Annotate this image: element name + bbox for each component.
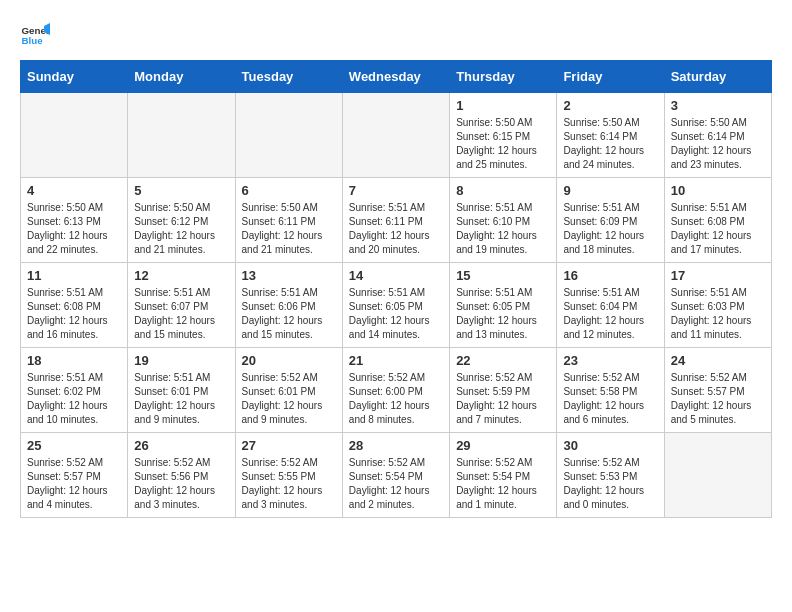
calendar-cell: 11Sunrise: 5:51 AM Sunset: 6:08 PM Dayli…	[21, 263, 128, 348]
day-number: 16	[563, 268, 657, 283]
calendar-row: 18Sunrise: 5:51 AM Sunset: 6:02 PM Dayli…	[21, 348, 772, 433]
day-info: Sunrise: 5:52 AM Sunset: 5:58 PM Dayligh…	[563, 371, 657, 427]
calendar-cell: 9Sunrise: 5:51 AM Sunset: 6:09 PM Daylig…	[557, 178, 664, 263]
day-number: 20	[242, 353, 336, 368]
calendar-cell: 29Sunrise: 5:52 AM Sunset: 5:54 PM Dayli…	[450, 433, 557, 518]
day-number: 8	[456, 183, 550, 198]
calendar-cell: 7Sunrise: 5:51 AM Sunset: 6:11 PM Daylig…	[342, 178, 449, 263]
calendar-cell: 24Sunrise: 5:52 AM Sunset: 5:57 PM Dayli…	[664, 348, 771, 433]
day-info: Sunrise: 5:51 AM Sunset: 6:07 PM Dayligh…	[134, 286, 228, 342]
day-number: 5	[134, 183, 228, 198]
header-row: SundayMondayTuesdayWednesdayThursdayFrid…	[21, 61, 772, 93]
calendar-cell: 27Sunrise: 5:52 AM Sunset: 5:55 PM Dayli…	[235, 433, 342, 518]
svg-text:Blue: Blue	[22, 35, 44, 46]
calendar-cell: 5Sunrise: 5:50 AM Sunset: 6:12 PM Daylig…	[128, 178, 235, 263]
logo-icon: General Blue	[20, 20, 50, 50]
day-info: Sunrise: 5:51 AM Sunset: 6:05 PM Dayligh…	[349, 286, 443, 342]
day-info: Sunrise: 5:51 AM Sunset: 6:05 PM Dayligh…	[456, 286, 550, 342]
calendar-body: 1Sunrise: 5:50 AM Sunset: 6:15 PM Daylig…	[21, 93, 772, 518]
calendar-cell: 14Sunrise: 5:51 AM Sunset: 6:05 PM Dayli…	[342, 263, 449, 348]
calendar-cell	[235, 93, 342, 178]
day-number: 1	[456, 98, 550, 113]
day-info: Sunrise: 5:51 AM Sunset: 6:10 PM Dayligh…	[456, 201, 550, 257]
day-number: 11	[27, 268, 121, 283]
day-info: Sunrise: 5:51 AM Sunset: 6:06 PM Dayligh…	[242, 286, 336, 342]
weekday-header: Saturday	[664, 61, 771, 93]
day-number: 30	[563, 438, 657, 453]
day-info: Sunrise: 5:52 AM Sunset: 5:54 PM Dayligh…	[349, 456, 443, 512]
day-number: 18	[27, 353, 121, 368]
logo: General Blue	[20, 20, 54, 50]
day-number: 7	[349, 183, 443, 198]
calendar-cell: 26Sunrise: 5:52 AM Sunset: 5:56 PM Dayli…	[128, 433, 235, 518]
calendar-cell	[664, 433, 771, 518]
calendar-cell: 22Sunrise: 5:52 AM Sunset: 5:59 PM Dayli…	[450, 348, 557, 433]
day-info: Sunrise: 5:52 AM Sunset: 5:57 PM Dayligh…	[671, 371, 765, 427]
day-info: Sunrise: 5:51 AM Sunset: 6:11 PM Dayligh…	[349, 201, 443, 257]
calendar-cell: 25Sunrise: 5:52 AM Sunset: 5:57 PM Dayli…	[21, 433, 128, 518]
calendar-cell: 4Sunrise: 5:50 AM Sunset: 6:13 PM Daylig…	[21, 178, 128, 263]
day-info: Sunrise: 5:52 AM Sunset: 6:01 PM Dayligh…	[242, 371, 336, 427]
calendar-cell: 13Sunrise: 5:51 AM Sunset: 6:06 PM Dayli…	[235, 263, 342, 348]
calendar-cell: 2Sunrise: 5:50 AM Sunset: 6:14 PM Daylig…	[557, 93, 664, 178]
weekday-header: Sunday	[21, 61, 128, 93]
calendar-cell: 18Sunrise: 5:51 AM Sunset: 6:02 PM Dayli…	[21, 348, 128, 433]
day-number: 12	[134, 268, 228, 283]
calendar-row: 25Sunrise: 5:52 AM Sunset: 5:57 PM Dayli…	[21, 433, 772, 518]
day-number: 9	[563, 183, 657, 198]
calendar-cell: 15Sunrise: 5:51 AM Sunset: 6:05 PM Dayli…	[450, 263, 557, 348]
day-info: Sunrise: 5:51 AM Sunset: 6:02 PM Dayligh…	[27, 371, 121, 427]
day-info: Sunrise: 5:50 AM Sunset: 6:15 PM Dayligh…	[456, 116, 550, 172]
calendar-cell: 3Sunrise: 5:50 AM Sunset: 6:14 PM Daylig…	[664, 93, 771, 178]
day-number: 24	[671, 353, 765, 368]
calendar-cell: 17Sunrise: 5:51 AM Sunset: 6:03 PM Dayli…	[664, 263, 771, 348]
calendar-cell: 12Sunrise: 5:51 AM Sunset: 6:07 PM Dayli…	[128, 263, 235, 348]
calendar-header: SundayMondayTuesdayWednesdayThursdayFrid…	[21, 61, 772, 93]
day-info: Sunrise: 5:52 AM Sunset: 5:55 PM Dayligh…	[242, 456, 336, 512]
weekday-header: Monday	[128, 61, 235, 93]
calendar-cell: 20Sunrise: 5:52 AM Sunset: 6:01 PM Dayli…	[235, 348, 342, 433]
day-number: 27	[242, 438, 336, 453]
day-info: Sunrise: 5:50 AM Sunset: 6:12 PM Dayligh…	[134, 201, 228, 257]
weekday-header: Friday	[557, 61, 664, 93]
day-number: 21	[349, 353, 443, 368]
day-info: Sunrise: 5:52 AM Sunset: 5:56 PM Dayligh…	[134, 456, 228, 512]
day-info: Sunrise: 5:51 AM Sunset: 6:01 PM Dayligh…	[134, 371, 228, 427]
day-number: 22	[456, 353, 550, 368]
calendar-cell	[128, 93, 235, 178]
day-number: 25	[27, 438, 121, 453]
weekday-header: Wednesday	[342, 61, 449, 93]
day-info: Sunrise: 5:52 AM Sunset: 5:54 PM Dayligh…	[456, 456, 550, 512]
day-info: Sunrise: 5:52 AM Sunset: 5:59 PM Dayligh…	[456, 371, 550, 427]
day-number: 29	[456, 438, 550, 453]
calendar-cell: 6Sunrise: 5:50 AM Sunset: 6:11 PM Daylig…	[235, 178, 342, 263]
calendar-cell	[342, 93, 449, 178]
day-number: 19	[134, 353, 228, 368]
day-info: Sunrise: 5:51 AM Sunset: 6:08 PM Dayligh…	[671, 201, 765, 257]
page-header: General Blue	[20, 20, 772, 50]
day-info: Sunrise: 5:52 AM Sunset: 6:00 PM Dayligh…	[349, 371, 443, 427]
weekday-header: Tuesday	[235, 61, 342, 93]
calendar-cell: 30Sunrise: 5:52 AM Sunset: 5:53 PM Dayli…	[557, 433, 664, 518]
day-number: 13	[242, 268, 336, 283]
calendar-row: 4Sunrise: 5:50 AM Sunset: 6:13 PM Daylig…	[21, 178, 772, 263]
day-info: Sunrise: 5:51 AM Sunset: 6:03 PM Dayligh…	[671, 286, 765, 342]
calendar-row: 1Sunrise: 5:50 AM Sunset: 6:15 PM Daylig…	[21, 93, 772, 178]
day-info: Sunrise: 5:52 AM Sunset: 5:53 PM Dayligh…	[563, 456, 657, 512]
day-info: Sunrise: 5:50 AM Sunset: 6:14 PM Dayligh…	[671, 116, 765, 172]
day-number: 23	[563, 353, 657, 368]
day-number: 28	[349, 438, 443, 453]
calendar-cell: 23Sunrise: 5:52 AM Sunset: 5:58 PM Dayli…	[557, 348, 664, 433]
day-number: 10	[671, 183, 765, 198]
day-number: 4	[27, 183, 121, 198]
calendar-cell: 21Sunrise: 5:52 AM Sunset: 6:00 PM Dayli…	[342, 348, 449, 433]
day-number: 15	[456, 268, 550, 283]
calendar-cell: 19Sunrise: 5:51 AM Sunset: 6:01 PM Dayli…	[128, 348, 235, 433]
day-info: Sunrise: 5:50 AM Sunset: 6:14 PM Dayligh…	[563, 116, 657, 172]
day-info: Sunrise: 5:50 AM Sunset: 6:11 PM Dayligh…	[242, 201, 336, 257]
day-number: 14	[349, 268, 443, 283]
calendar-table: SundayMondayTuesdayWednesdayThursdayFrid…	[20, 60, 772, 518]
weekday-header: Thursday	[450, 61, 557, 93]
calendar-cell	[21, 93, 128, 178]
calendar-row: 11Sunrise: 5:51 AM Sunset: 6:08 PM Dayli…	[21, 263, 772, 348]
